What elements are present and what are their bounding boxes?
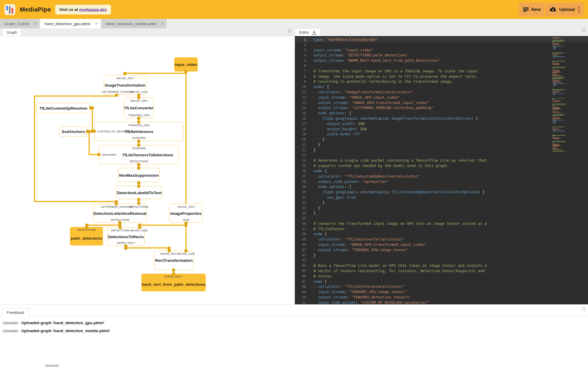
code-line[interactable]: 49 input_stream: "TENSORS_GPU:image_tens… [295, 289, 588, 295]
code-line[interactable]: 24# Generates a single side packet conta… [295, 158, 588, 163]
graph-node-hand_rect_from_palm_detections[interactable]: hand_rect_from_palm_detectionsNORM_RECT [141, 274, 206, 291]
code-line[interactable]: 18 output_height: 256 [295, 126, 588, 132]
minimap-line [553, 118, 559, 118]
code-line[interactable]: 9# resulting in potential letterboxing i… [295, 79, 588, 84]
file-tab-hand_detection_mobile.pbtxt[interactable]: hand_detection_mobile.pbtxt× [101, 19, 166, 28]
minimap-line [553, 81, 559, 81]
graph-maximize-icon[interactable] [288, 29, 291, 32]
code-line[interactable]: 28 output_side_packet: "opresolver" [295, 179, 588, 184]
port-marker [137, 117, 140, 120]
code-line[interactable]: 45# vector of tensors representing, for … [295, 268, 588, 274]
code-line[interactable]: 21 } [295, 142, 588, 147]
graph-node-NonMaxSuppression[interactable]: NonMaxSuppression [118, 168, 160, 182]
code-line[interactable]: 19 scale_mode: FIT [295, 131, 588, 137]
code-line[interactable]: 33 } [295, 205, 588, 211]
code-line[interactable]: 43 [295, 258, 588, 263]
code-line[interactable]: 47node { [295, 279, 588, 284]
graph-node-ImageTransformation[interactable]: ImageTransformationIMAGE_GPULETTERBOX_PA… [104, 75, 146, 95]
code-line[interactable]: 5output_stream: "NORM_RECT:hand_rect_fro… [295, 58, 588, 63]
code-line[interactable]: 48 calculator: "TfLiteInferenceCalculato… [295, 284, 588, 289]
graph-node-input_video[interactable]: input_video [174, 57, 198, 72]
code-line[interactable]: 10node: { [295, 84, 588, 90]
graph-panel-tab[interactable]: Graph [2, 28, 21, 36]
feedback-panel-tab[interactable]: Feedback [2, 308, 29, 317]
code-line[interactable]: 1type: "HandDetectionSubgraph" [295, 37, 588, 42]
graph-node-RectTransformation[interactable]: RectTransformationNORM_RECTIMAGE_SIZE [154, 251, 194, 270]
code-line[interactable]: 42} [295, 253, 588, 258]
code-line[interactable]: 36# Converts the transformed input image… [295, 221, 588, 226]
feedback-maximize-icon[interactable] [582, 307, 585, 310]
graph-node-SsdAnchors[interactable]: SsdAnchors [59, 126, 87, 137]
close-tab-icon[interactable]: × [95, 22, 97, 26]
graph-node-DetectionLabelIdToText[interactable]: DetectionLabelIdToText [116, 186, 162, 199]
minimap-line [552, 149, 559, 150]
graph-node-DetectionLetterboxRemoval[interactable]: DetectionLetterboxRemovalLETTERBOX_PADDI… [93, 204, 147, 223]
upload-button[interactable]: Upload [545, 3, 584, 16]
file-tab-hand_detection_gpu.pbtxt[interactable]: hand_detection_gpu.pbtxt× [40, 19, 101, 28]
code-line[interactable]: 35 [295, 216, 588, 221]
close-tab-icon[interactable]: × [161, 22, 164, 26]
editor-panel-tab[interactable]: Editor [295, 28, 321, 36]
code-line[interactable]: 26node { [295, 168, 588, 174]
code-line[interactable]: 7# Transforms the input image on GPU to … [295, 69, 588, 74]
code-line[interactable]: 3input_stream: "input_video" [295, 48, 588, 53]
code-line[interactable]: 20 } [295, 137, 588, 142]
code-line[interactable]: 16 [type.googleapis.com/mediapipe.ImageT… [295, 116, 588, 121]
code-line[interactable]: 41 output_stream: "TENSORS_GPU:image_ten… [295, 247, 588, 253]
horizontal-scrollbar-thumb[interactable] [45, 365, 59, 367]
code-line[interactable]: 39 calculator: "TfLiteConverterCalculato… [295, 237, 588, 242]
code-line[interactable]: 11 calculator: "ImageTransformationCalcu… [295, 90, 588, 95]
code-line[interactable]: 14 output_stream: "LETTERBOX_PADDING:let… [295, 105, 588, 111]
graph-node-TfLiteConverter[interactable]: TfLiteConverterIMAGE_GPUTENSORS_GPU [124, 98, 154, 118]
code-line[interactable]: 34} [295, 210, 588, 216]
code-line[interactable]: 46# scores. [295, 274, 588, 279]
edge-segment [34, 201, 117, 202]
file-tab-Graph_0.pbtxt[interactable]: Graph_0.pbtxt× [0, 19, 40, 28]
code-line[interactable]: 6 [295, 63, 588, 69]
upload-more-menu-icon[interactable] [578, 3, 579, 16]
graph-node-DetectionsToRects[interactable]: DetectionsToRectsDETECTIONSIMAGE_SIZENOR… [107, 227, 145, 246]
code-line[interactable]: 15 node_options: { [295, 111, 588, 116]
code-line[interactable]: 23 [295, 153, 588, 158]
code-line[interactable]: 40 input_stream: "IMAGE_GPU:transformed_… [295, 242, 588, 247]
code-editor[interactable]: 1type: "HandDetectionSubgraph"23input_st… [295, 36, 588, 304]
code-line[interactable]: 50 output_stream: "TENSORS:detection_ten… [295, 295, 588, 300]
code-line[interactable]: 12 input_stream: "IMAGE_GPU:input_video" [295, 95, 588, 100]
line-number: 34 [295, 211, 306, 216]
graph-node-ImageProperties[interactable]: ImagePropertiesIMAGE_GPUSIZE [169, 204, 203, 223]
node-title: palm_detections [71, 236, 102, 240]
port-marker [123, 72, 126, 75]
code-line[interactable]: 51 input_side_packet: "CUSTOM_OP_RESOLVE… [295, 300, 588, 304]
code-line[interactable]: 29 node_options: { [295, 184, 588, 189]
code-line[interactable]: 13 output_stream: "IMAGE_GPU:transformed… [295, 100, 588, 105]
new-button[interactable]: New [519, 3, 545, 16]
code-line[interactable]: 44# Runs a TensorFlow Lite model on GPU … [295, 263, 588, 268]
code-line[interactable]: 25# supports custom ops needed by the mo… [295, 163, 588, 168]
download-icon[interactable] [312, 30, 317, 35]
code-line[interactable]: 8# image, the scale_mode option is set t… [295, 74, 588, 79]
code-line[interactable]: 27 calculator: "TfLiteCustomOpResolverCa… [295, 174, 588, 179]
mediapipe-dev-link[interactable]: mediapipe.dev [79, 7, 107, 12]
code-line[interactable]: 31 use_gpu: true [295, 195, 588, 200]
code-line[interactable]: 38node { [295, 231, 588, 237]
graph-node-TfLiteCustomOpResolver[interactable]: TfLiteCustomOpResolver [36, 103, 91, 113]
graph-node-palm_detections[interactable]: palm_detectionsDETECTIONS [70, 227, 103, 246]
graph-node-TfLiteInference[interactable]: TfLiteInferenceTENSORS_GPUTENSORSCUSTOM_… [94, 122, 184, 141]
line-number: 36 [295, 221, 306, 227]
line-number: 4 [295, 53, 306, 58]
line-number: 19 [295, 132, 306, 137]
code-line[interactable]: 2 [295, 42, 588, 48]
graph-canvas[interactable]: input_videoImageTransformationIMAGE_GPUL… [0, 36, 294, 305]
minimap[interactable] [552, 36, 584, 304]
close-tab-icon[interactable]: × [34, 22, 37, 26]
code-line[interactable]: 30 [type.googleapis.com/mediapipe.TfLite… [295, 189, 588, 195]
code-line[interactable]: 4output_stream: "DETECTIONS:palm_detecti… [295, 53, 588, 58]
editor-maximize-icon[interactable] [582, 28, 585, 31]
graph-node-TfLiteTensorsToDetections[interactable]: TfLiteTensorsToDetectionsTENSORSDETECTIO… [99, 145, 179, 164]
code-line[interactable]: 22} [295, 147, 588, 153]
minimap-line [552, 54, 553, 54]
code-line[interactable]: 32 } [295, 200, 588, 205]
minimap-line [552, 137, 553, 137]
code-line[interactable]: 37# TfLiteTensor. [295, 226, 588, 232]
code-line[interactable]: 17 output_width: 256 [295, 121, 588, 126]
